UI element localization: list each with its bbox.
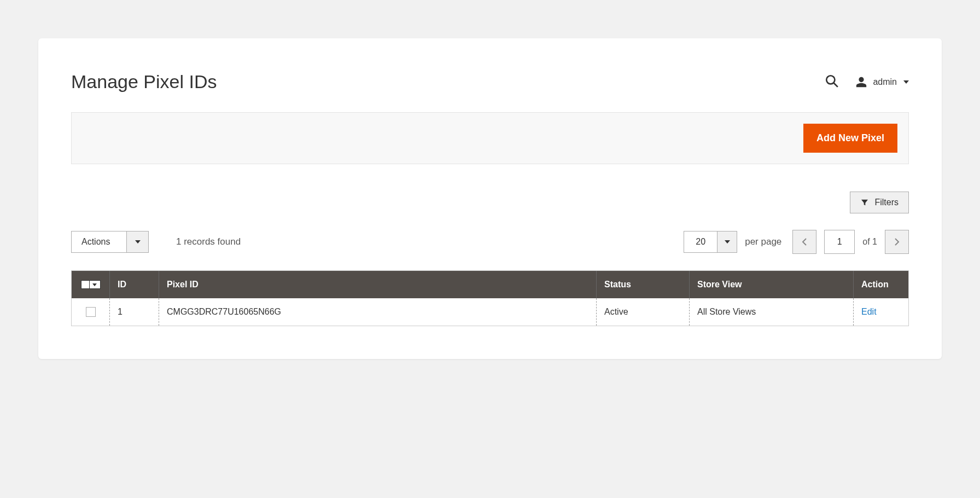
search-icon[interactable] — [825, 74, 839, 90]
chevron-left-icon — [801, 238, 808, 246]
row-store-view: All Store Views — [690, 298, 854, 326]
toolbar-right: 20 per page of 1 — [684, 230, 909, 254]
checkbox-icon — [81, 280, 90, 289]
svg-point-0 — [827, 76, 835, 84]
filter-row: Filters — [71, 192, 909, 213]
actions-dropdown-toggle[interactable] — [126, 231, 148, 252]
svg-line-1 — [834, 83, 838, 87]
page-title: Manage Pixel IDs — [71, 71, 217, 92]
header-store-view[interactable]: Store View — [690, 271, 854, 298]
actions-label: Actions — [72, 231, 126, 252]
row-status: Active — [597, 298, 690, 326]
header-pixel-id[interactable]: Pixel ID — [159, 271, 597, 298]
grid-toolbar: Actions 1 records found 20 per page of 1 — [71, 230, 909, 254]
per-page-group: 20 per page — [684, 231, 781, 253]
edit-link[interactable]: Edit — [861, 307, 877, 316]
row-pixel-id: CMGG3DRC77U16065N66G — [159, 298, 597, 326]
table-row: 1 CMGG3DRC77U16065N66G Active All Store … — [72, 298, 908, 326]
prev-page-button[interactable] — [792, 230, 816, 254]
page-total-text: of 1 — [862, 237, 877, 247]
chevron-right-icon — [894, 238, 900, 246]
row-action-cell: Edit — [854, 298, 908, 326]
per-page-dropdown-toggle[interactable] — [717, 231, 737, 252]
chevron-down-icon — [725, 240, 730, 244]
per-page-select[interactable]: 20 — [684, 231, 737, 253]
pagination: of 1 — [792, 230, 909, 254]
select-all-dropdown[interactable] — [90, 280, 101, 289]
records-found-text: 1 records found — [176, 236, 241, 247]
per-page-label: per page — [745, 236, 781, 247]
next-page-button[interactable] — [885, 230, 909, 254]
funnel-icon — [860, 198, 869, 207]
row-id: 1 — [110, 298, 159, 326]
pixel-grid: ID Pixel ID Status Store View Action 1 C… — [71, 270, 909, 326]
per-page-value: 20 — [684, 231, 717, 252]
main-card: Manage Pixel IDs admin Add New Pixel Fil… — [38, 38, 942, 359]
header-status[interactable]: Status — [597, 271, 690, 298]
chevron-down-icon — [135, 240, 141, 244]
header-checkbox-col — [72, 271, 110, 298]
grid-header-row: ID Pixel ID Status Store View Action — [72, 271, 908, 298]
admin-user-menu[interactable]: admin — [855, 76, 909, 88]
row-checkbox-cell — [72, 298, 110, 326]
select-all-checkbox[interactable] — [81, 280, 101, 289]
page-header: Manage Pixel IDs admin — [71, 71, 909, 92]
toolbar-left: Actions 1 records found — [71, 231, 241, 253]
chevron-down-icon — [92, 283, 97, 286]
header-action: Action — [854, 271, 908, 298]
header-id[interactable]: ID — [110, 271, 159, 298]
add-new-pixel-button[interactable]: Add New Pixel — [803, 124, 897, 153]
chevron-down-icon — [903, 80, 909, 84]
filters-label: Filters — [874, 198, 899, 207]
header-actions: admin — [825, 74, 909, 90]
mass-actions-select[interactable]: Actions — [71, 231, 149, 253]
row-checkbox[interactable] — [86, 307, 96, 317]
admin-username: admin — [873, 77, 897, 87]
current-page-input[interactable] — [824, 230, 855, 254]
action-bar: Add New Pixel — [71, 112, 909, 164]
filters-button[interactable]: Filters — [850, 192, 909, 213]
